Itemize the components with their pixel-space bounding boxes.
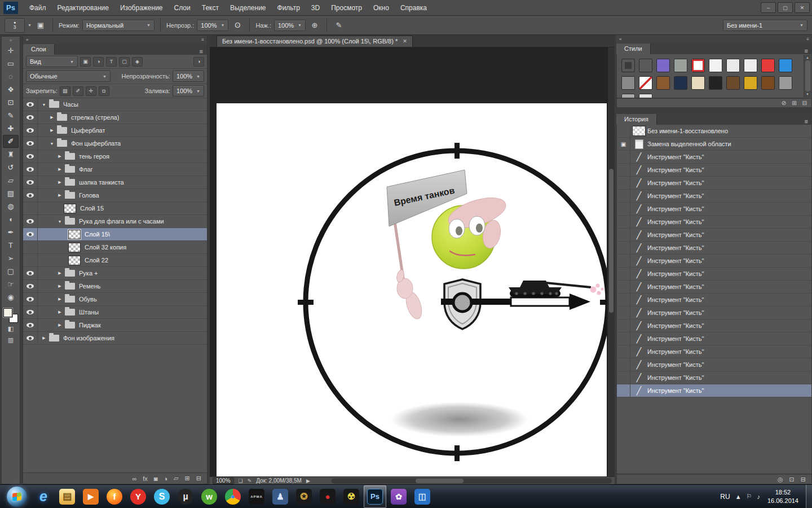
lasso-tool[interactable]: ◌	[3, 70, 19, 83]
layer-name[interactable]: Часы	[63, 101, 78, 108]
visibility-toggle[interactable]	[23, 163, 38, 176]
expand-collapse-icon[interactable]	[48, 142, 56, 146]
style-swatch[interactable]	[639, 76, 652, 90]
history-step[interactable]: Инструмент "Кисть"	[617, 255, 811, 268]
visibility-toggle[interactable]	[23, 215, 38, 227]
layer-filter-dropdown[interactable]: Вид▼	[26, 56, 78, 67]
history-step[interactable]: Инструмент "Кисть"	[617, 371, 811, 384]
history-step[interactable]: Инструмент "Кисть"	[617, 319, 811, 332]
dodge-tool[interactable]: ◖	[3, 213, 19, 226]
panel-menu-icon[interactable]: ≡	[801, 47, 812, 54]
layer-name[interactable]: Слой 32 копия	[85, 244, 126, 251]
taskbar-utorrent[interactable]: µ	[174, 485, 197, 508]
history-step[interactable]: Инструмент "Кисть"	[617, 164, 811, 177]
layer-row[interactable]: тень героя	[23, 150, 207, 163]
expand-collapse-icon[interactable]	[56, 310, 64, 314]
screen-mode-toggle[interactable]: ▥	[3, 334, 19, 345]
volume-icon[interactable]: ♪	[757, 493, 760, 500]
history-step[interactable]: Инструмент "Кисть"	[617, 268, 811, 281]
history-source-toggle[interactable]	[617, 203, 630, 215]
close-button[interactable]: ✕	[795, 2, 810, 13]
style-swatch[interactable]	[621, 94, 635, 98]
taskbar-media-player[interactable]: ▶	[80, 485, 102, 508]
brush-tool[interactable]: ✐	[3, 135, 19, 148]
history-source-toggle[interactable]	[617, 242, 630, 254]
history-step[interactable]: Инструмент "Кисть"	[617, 151, 811, 164]
workspace-dropdown[interactable]: Без имени-1▼	[723, 20, 807, 31]
dock-collapse-icon[interactable]: «	[619, 37, 621, 42]
vertical-scrollbar[interactable]	[607, 47, 615, 476]
style-swatch[interactable]	[656, 76, 670, 90]
horizontal-scrollbar[interactable]	[332, 478, 612, 484]
airbrush-icon[interactable]: ʘ	[231, 19, 244, 32]
style-swatch[interactable]	[709, 76, 722, 90]
zoom-tool[interactable]: ◉	[3, 291, 19, 304]
visibility-toggle[interactable]	[23, 280, 38, 292]
layer-fx-icon[interactable]: fx	[143, 475, 148, 482]
history-step[interactable]: Замена выделенной области	[617, 138, 811, 151]
layer-row[interactable]: Ремень	[23, 280, 207, 293]
history-source-toggle[interactable]	[617, 358, 630, 371]
eraser-tool[interactable]: ▱	[3, 174, 19, 187]
pen-tool[interactable]: ✒	[3, 226, 19, 239]
lock-pixels-icon[interactable]: ✐	[73, 86, 83, 96]
taskbar-world-of-tanks[interactable]: ✪	[293, 485, 315, 508]
layer-name[interactable]: тень героя	[79, 153, 109, 160]
gradient-tool[interactable]: ▧	[3, 187, 19, 200]
tablet-pressure-icon[interactable]: ✎	[333, 19, 345, 32]
taskbar-stalker[interactable]: ☢	[340, 485, 363, 508]
history-source-toggle[interactable]	[617, 294, 630, 306]
layer-row[interactable]: стрелка (стрела)	[23, 111, 207, 124]
tab-styles[interactable]: Стили	[616, 43, 651, 54]
menu-item[interactable]: Выделение	[224, 1, 272, 15]
marquee-tool[interactable]: ▭	[3, 57, 19, 70]
layer-name[interactable]: Голова	[79, 192, 99, 199]
history-source-toggle[interactable]	[617, 319, 630, 332]
layer-name[interactable]: шапка танкиста	[79, 179, 124, 186]
action-center-icon[interactable]: ⚐	[747, 493, 752, 500]
layers-opacity-field[interactable]: 100%▼	[173, 71, 204, 82]
visibility-toggle[interactable]	[23, 98, 38, 111]
history-step[interactable]: Инструмент "Кисть"	[617, 229, 811, 242]
filter-type-icon[interactable]: T	[106, 57, 117, 67]
link-layers-icon[interactable]: ∞	[132, 475, 136, 482]
dock-collapse-icon[interactable]: «	[26, 37, 28, 42]
canvas[interactable]: Время танков	[217, 103, 607, 476]
panel-menu-icon[interactable]: ≡	[801, 118, 812, 125]
style-swatch[interactable]	[761, 59, 775, 72]
history-source-toggle[interactable]	[617, 332, 630, 345]
healing-brush-tool[interactable]: ✚	[3, 122, 19, 135]
style-swatch[interactable]	[691, 59, 705, 72]
style-swatch[interactable]	[621, 59, 635, 72]
layer-row[interactable]: Слой 32 копия	[23, 241, 207, 254]
layers-fill-field[interactable]: 100%▼	[173, 85, 204, 97]
clear-style-icon[interactable]: ⊘	[782, 100, 786, 106]
layer-name[interactable]: Ремень	[79, 283, 100, 290]
layer-name[interactable]: Слой 15\	[85, 231, 110, 238]
history-step[interactable]: Инструмент "Кисть"	[617, 242, 811, 255]
history-step[interactable]: Инструмент "Кисть"	[617, 306, 811, 319]
close-tab-icon[interactable]: ✕	[403, 38, 407, 44]
hand-tool[interactable]: ☞	[3, 278, 19, 291]
layers-blend-mode-dropdown[interactable]: Обычные▼	[26, 71, 111, 82]
style-swatch[interactable]	[674, 59, 687, 72]
expand-collapse-icon[interactable]	[48, 128, 56, 133]
history-source-toggle[interactable]	[617, 125, 630, 137]
history-step[interactable]: Инструмент "Кисть"	[617, 177, 811, 190]
style-swatch[interactable]	[691, 76, 705, 90]
expand-collapse-icon[interactable]	[56, 167, 64, 172]
tools-collapse-icon[interactable]: »	[10, 37, 12, 44]
scroll-up-icon[interactable]: ▲	[806, 56, 809, 59]
taskbar-chrome[interactable]: ●	[222, 485, 244, 508]
history-source-toggle[interactable]	[617, 229, 630, 241]
delete-layer-icon[interactable]: ⊟	[196, 475, 201, 482]
new-group-icon[interactable]: ▱	[174, 475, 178, 482]
filter-image-icon[interactable]: ▣	[80, 57, 91, 67]
layer-row[interactable]: шапка танкиста	[23, 176, 207, 189]
layer-name[interactable]: Цыферблат	[71, 127, 105, 134]
filter-adjustment-icon[interactable]: ◑	[93, 57, 104, 67]
menu-item[interactable]: Текст	[196, 1, 224, 15]
brush-preset-picker[interactable]: ● 3	[5, 18, 25, 33]
history-step[interactable]: Инструмент "Кисть"	[617, 358, 811, 371]
path-selection-tool[interactable]: ➢	[3, 252, 19, 265]
